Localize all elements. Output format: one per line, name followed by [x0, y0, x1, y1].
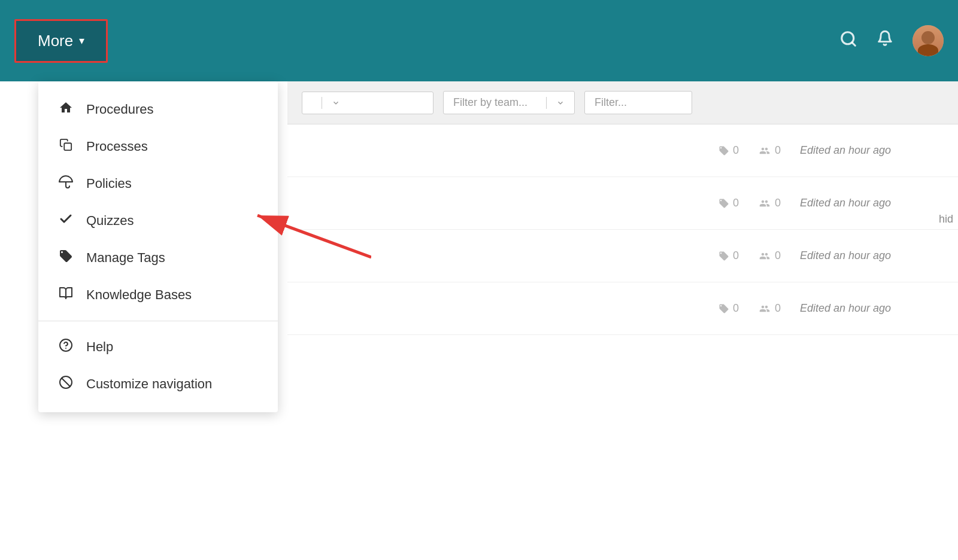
divider [322, 97, 322, 109]
chevron-down-icon [556, 99, 565, 107]
chevron-down-icon [332, 99, 340, 107]
users-count: 0 [775, 302, 781, 315]
divider [546, 97, 547, 109]
text-filter[interactable]: Filter... [584, 91, 692, 114]
dropdown-label-customize-nav: Customize navigation [86, 376, 212, 392]
chevron-down-icon: ▾ [79, 34, 84, 47]
tag-icon [718, 303, 729, 314]
dropdown-item-customize-nav[interactable]: Customize navigation [38, 366, 278, 403]
help-icon [57, 338, 74, 356]
row-timestamp: Edited an hour ago [800, 144, 944, 157]
tag-icon [718, 198, 729, 209]
tags-count: 0 [733, 302, 739, 315]
dropdown-item-processes[interactable]: Processes [38, 128, 278, 165]
table-row: 0 0 Edited an hour ago [287, 282, 958, 335]
dropdown-label-quizzes: Quizzes [86, 213, 134, 229]
users-count: 0 [775, 197, 781, 209]
dropdown-item-procedures[interactable]: Procedures [38, 91, 278, 128]
users-icon [758, 251, 771, 261]
team-filter-placeholder: Filter by team... [453, 96, 527, 109]
dropdown-label-help: Help [86, 339, 113, 355]
hid-label: hid [939, 213, 958, 226]
more-dropdown-menu: Procedures Processes Policies Quizzes [38, 81, 278, 412]
copy-icon [57, 138, 74, 156]
tags-meta: 0 [718, 197, 739, 209]
more-button[interactable]: More ▾ [14, 19, 108, 63]
tags-meta: 0 [718, 144, 739, 157]
row-meta: 0 0 Edited an hour ago [718, 249, 944, 262]
users-icon [758, 303, 771, 314]
avatar[interactable] [912, 25, 944, 56]
row-meta: 0 0 Edited an hour ago [718, 144, 944, 157]
table-row: 0 0 Edited an hour ago [287, 124, 958, 177]
row-meta: 0 0 Edited an hour ago [718, 302, 944, 315]
dropdown-label-processes: Processes [86, 139, 148, 154]
more-button-label: More [38, 32, 73, 50]
users-meta: 0 [758, 197, 781, 209]
users-meta: 0 [758, 144, 781, 157]
users-count: 0 [775, 144, 781, 157]
search-icon[interactable] [839, 30, 857, 52]
row-timestamp: Edited an hour ago [800, 249, 944, 262]
tags-count: 0 [733, 144, 739, 157]
dropdown-label-policies: Policies [86, 176, 132, 191]
dropdown-item-knowledge-bases[interactable]: Knowledge Bases [38, 276, 278, 314]
bell-icon[interactable] [877, 30, 893, 52]
dropdown-label-procedures: Procedures [86, 102, 154, 117]
umbrella-icon [57, 175, 74, 193]
users-icon [758, 145, 771, 156]
dropdown-item-quizzes[interactable]: Quizzes [38, 202, 278, 239]
customize-icon [57, 375, 74, 393]
header-actions [839, 25, 944, 56]
users-count: 0 [775, 249, 781, 262]
book-icon [57, 286, 74, 304]
tags-count: 0 [733, 197, 739, 209]
dropdown-item-help[interactable]: Help [38, 328, 278, 366]
dropdown-label-manage-tags: Manage Tags [86, 250, 165, 266]
check-icon [57, 212, 74, 230]
dropdown-divider [38, 321, 278, 321]
users-meta: 0 [758, 249, 781, 262]
users-meta: 0 [758, 302, 781, 315]
table-row: 0 0 Edited an hour ago [287, 177, 958, 230]
app-header: More ▾ [0, 0, 958, 81]
tags-count: 0 [733, 249, 739, 262]
tag-icon [718, 145, 729, 156]
row-timestamp: Edited an hour ago [800, 302, 944, 315]
row-timestamp: Edited an hour ago [800, 197, 944, 209]
dropdown-item-manage-tags[interactable]: Manage Tags [38, 239, 278, 276]
users-icon [758, 198, 771, 209]
tags-meta: 0 [718, 302, 739, 315]
home-icon [57, 101, 74, 118]
tags-meta: 0 [718, 249, 739, 262]
filter-bar: Filter by team... Filter... [287, 81, 958, 124]
status-filter[interactable] [302, 92, 433, 114]
svg-line-6 [62, 378, 70, 386]
dropdown-label-knowledge-bases: Knowledge Bases [86, 287, 192, 303]
tag-icon [718, 251, 729, 261]
dropdown-item-policies[interactable]: Policies [38, 165, 278, 202]
team-filter[interactable]: Filter by team... [443, 91, 575, 114]
table-row: 0 0 Edited an hour ago [287, 230, 958, 282]
tag-icon [57, 249, 74, 267]
filter-placeholder: Filter... [595, 96, 627, 109]
row-meta: 0 0 Edited an hour ago [718, 197, 944, 209]
svg-line-1 [852, 42, 855, 45]
svg-rect-2 [64, 143, 71, 150]
